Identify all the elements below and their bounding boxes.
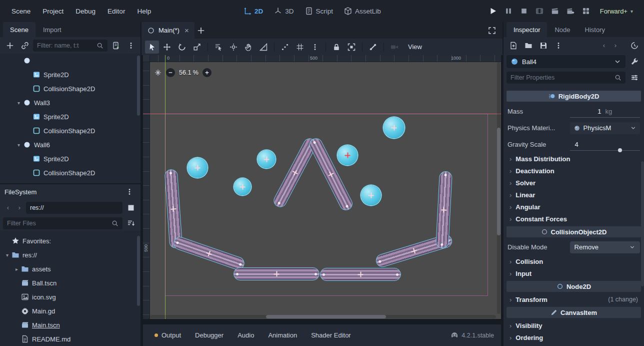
inspector-forward-button[interactable]: › — [610, 40, 620, 51]
bottom-tab-debugger[interactable]: Debugger — [188, 328, 230, 342]
file-assets[interactable]: ▸assets — [0, 262, 140, 276]
select-tool[interactable] — [145, 41, 159, 54]
bottom-tab-animation[interactable]: Animation — [262, 328, 304, 342]
vscroll-thumb[interactable] — [497, 128, 500, 235]
save-resource-button[interactable] — [536, 39, 550, 52]
attach-script-button[interactable] — [109, 39, 122, 52]
tree-arrow-icon[interactable]: ▾ — [3, 252, 12, 258]
group-mass-distribution[interactable]: ›Mass Distribution — [506, 153, 642, 165]
history-back-button[interactable]: ‹ — [3, 202, 13, 213]
play-custom-scene-button[interactable] — [564, 5, 578, 18]
class-header-canvasitem[interactable]: CanvasItem — [506, 307, 641, 318]
class-header-collisionobject2d[interactable]: CollisionObject2D — [506, 226, 641, 237]
file-res[interactable]: ▾res:// — [0, 248, 140, 262]
group-linear[interactable]: ›Linear — [506, 189, 642, 201]
group-texture[interactable]: ›Texture — [506, 343, 642, 346]
history-forward-button[interactable]: › — [14, 202, 24, 213]
canvas-hscrollbar[interactable] — [150, 315, 496, 318]
group-button[interactable] — [344, 41, 358, 54]
renderer-select[interactable]: Forward+ ▾ — [595, 6, 638, 17]
ball-object[interactable] — [234, 178, 251, 195]
view-menu-button[interactable]: View — [402, 41, 428, 54]
file-filter-input[interactable]: Filter Files — [3, 217, 122, 229]
scale-tool[interactable] — [190, 41, 204, 54]
file-ball-tscn[interactable]: Ball.tscn — [0, 276, 140, 290]
zoom-level[interactable]: 56.1 % — [179, 69, 198, 76]
play-button[interactable] — [486, 5, 500, 18]
move-tool[interactable] — [160, 41, 174, 54]
scene-node[interactable] — [0, 54, 140, 68]
prop-field-mass[interactable]: 1kg — [570, 106, 640, 118]
tab-inspector[interactable]: Inspector — [506, 22, 547, 37]
ball-object[interactable] — [384, 117, 404, 138]
object-selector[interactable]: Ball4 — [506, 55, 626, 68]
ball-object[interactable] — [258, 150, 276, 168]
workspace-assetlib[interactable]: AssetLib — [342, 5, 383, 17]
tab-history[interactable]: History — [578, 22, 612, 37]
scene-node-sprite2d[interactable]: Sprite2D — [0, 152, 140, 166]
ball-object[interactable] — [338, 145, 358, 165]
snap-options-button[interactable] — [308, 41, 322, 54]
bottom-tab-audio[interactable]: Audio — [231, 328, 260, 342]
prop-resource-physics-materi[interactable]: PhysicsM — [570, 122, 640, 134]
scene-node-collisionshape2d[interactable]: CollisionShape2D — [0, 124, 140, 138]
rotate-tool[interactable] — [175, 41, 189, 54]
group-constant-forces[interactable]: ›Constant Forces — [506, 213, 642, 225]
group-input[interactable]: ›Input — [506, 267, 642, 279]
file-favorites[interactable]: Favorites: — [0, 234, 140, 248]
filesystem-menu-button[interactable] — [122, 186, 136, 198]
scene-node-wall6[interactable]: ▾Wall6 — [0, 138, 140, 152]
property-filter-input[interactable]: Filter Properties — [506, 72, 626, 84]
inspector-back-button[interactable]: ‹ — [599, 40, 609, 51]
grid-snap-button[interactable] — [293, 41, 307, 54]
list-select-tool[interactable] — [212, 41, 226, 54]
tree-arrow-icon[interactable]: ▾ — [14, 142, 23, 148]
scene-node-sprite2d[interactable]: Sprite2D — [0, 68, 140, 82]
bottom-tab-shader-editor[interactable]: Shader Editor — [304, 328, 358, 342]
workspace-3d[interactable]: 3D — [272, 5, 296, 17]
menu-debug[interactable]: Debug — [70, 5, 101, 18]
tab-import[interactable]: Import — [36, 22, 68, 37]
menu-help[interactable]: Help — [132, 5, 156, 18]
smart-snap-button[interactable] — [278, 41, 292, 54]
scene-filter-input[interactable]: Filter: name, t:t — [33, 40, 108, 52]
viewport-canvas[interactable]: 05001000 500 56.1 % — [143, 55, 501, 319]
wall-object[interactable] — [172, 235, 246, 272]
workspace-2d[interactable]: 2D — [242, 5, 265, 17]
menu-editor[interactable]: Editor — [102, 5, 130, 18]
file-readme-md[interactable]: README.md — [0, 332, 140, 346]
renderer-features-button[interactable] — [580, 5, 593, 18]
zoom-in-button[interactable] — [202, 68, 212, 77]
extra-resource-options-button[interactable] — [628, 56, 641, 68]
class-header-rigidbody2d[interactable]: RigidBody2D — [506, 91, 641, 102]
scene-node-collisionshape2d[interactable]: CollisionShape2D — [0, 82, 140, 96]
skeleton-options-button[interactable] — [366, 41, 380, 54]
scene-tree-menu-button[interactable] — [124, 39, 138, 52]
resource-menu-button[interactable] — [552, 39, 565, 52]
wall-object[interactable] — [320, 268, 401, 281]
inspector-history-button[interactable] — [628, 39, 641, 52]
ruler-tool[interactable] — [256, 41, 270, 54]
group-deactivation[interactable]: ›Deactivation — [506, 165, 642, 177]
class-header-node2d[interactable]: Node2D — [506, 281, 641, 292]
load-resource-button[interactable] — [522, 39, 535, 52]
instance-scene-button[interactable] — [18, 39, 32, 52]
canvas-vscrollbar[interactable] — [497, 62, 500, 314]
workspace-script[interactable]: Script — [303, 5, 336, 17]
add-node-button[interactable] — [3, 39, 16, 52]
inspector-scrollbar[interactable] — [641, 161, 644, 286]
toggle-split-mode-button[interactable] — [124, 201, 138, 214]
group-solver[interactable]: ›Solver — [506, 177, 642, 189]
new-resource-button[interactable] — [506, 39, 520, 52]
file-sort-button[interactable] — [124, 217, 138, 230]
path-field[interactable]: res:// — [26, 202, 122, 214]
file-icon-svg[interactable]: icon.svg — [0, 290, 140, 304]
ball-object[interactable] — [188, 158, 208, 178]
pan-tool[interactable] — [242, 41, 256, 54]
file-main-tscn[interactable]: Main.tscn — [0, 318, 140, 332]
zoom-out-button[interactable] — [166, 68, 175, 77]
tab-node[interactable]: Node — [548, 22, 577, 37]
bottom-tab-output[interactable]: Output — [148, 328, 188, 342]
play-scene-button[interactable] — [548, 5, 562, 18]
file-main-gd[interactable]: Main.gd — [0, 304, 140, 318]
